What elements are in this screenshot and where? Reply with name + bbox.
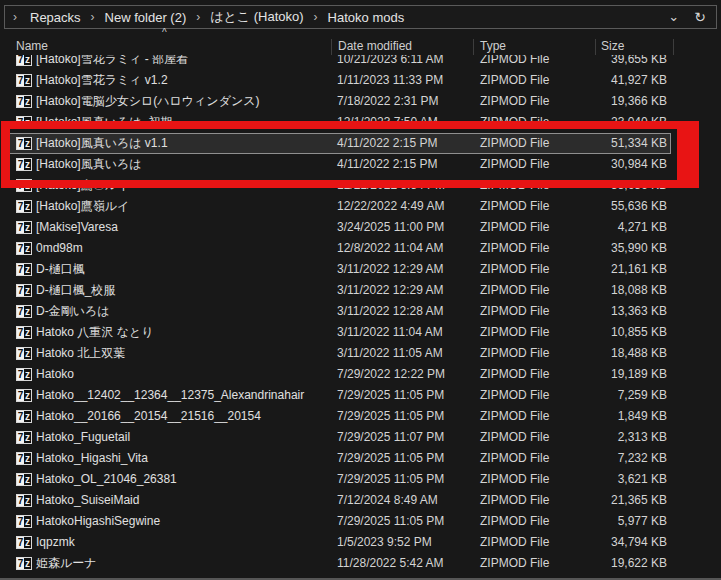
file-size: 18,488 KB — [557, 343, 667, 364]
7z-icon-left: 7 — [17, 369, 24, 380]
table-row[interactable]: 7zHatokoHigashiSegwine7/29/2025 11:05 PM… — [8, 511, 671, 532]
7z-file-icon: 7z — [16, 536, 32, 549]
column-header-type[interactable]: Type — [480, 39, 506, 53]
column-divider[interactable] — [673, 39, 674, 55]
table-row[interactable]: 7z[Makise]Varesa3/24/2025 11:00 PMZIPMOD… — [8, 217, 671, 238]
7z-file-icon: 7z — [16, 95, 32, 108]
breadcrumb-item[interactable]: Hatoko mods — [321, 10, 412, 25]
table-row[interactable]: 7zIqpzmk1/5/2023 9:52 PMZIPMOD File34,79… — [8, 532, 671, 553]
7z-icon-left: 7 — [17, 264, 24, 275]
table-row[interactable]: 7zHatoko_Fuguetail7/29/2025 11:07 PMZIPM… — [8, 427, 671, 448]
column-header-date-modified[interactable]: Date modified — [338, 39, 412, 53]
7z-file-icon: 7z — [16, 305, 32, 318]
file-name: Hatoko__12402__12364__12375_Alexandrinah… — [36, 385, 304, 406]
7z-icon-left: 7 — [17, 285, 24, 296]
7z-icon-right: z — [24, 117, 31, 128]
file-name: Hatoko 北上双葉 — [36, 343, 125, 364]
file-type: ZIPMOD File — [480, 448, 549, 469]
table-row[interactable]: 7z[Hatoko]雪花ラミィ - 部屋着10/21/2023 6:11 AMZ… — [8, 55, 671, 70]
table-row[interactable]: 7z[Hatoko]風真いろは4/11/2022 2:15 PMZIPMOD F… — [8, 154, 671, 175]
file-type: ZIPMOD File — [480, 280, 549, 301]
7z-file-icon: 7z — [16, 179, 32, 192]
column-header-size[interactable]: Size — [601, 39, 624, 53]
file-size: 55,636 KB — [557, 175, 667, 196]
table-row[interactable]: 7z[Hatoko]風真いろは_初期12/1/2023 7:50 AMZIPMO… — [8, 112, 671, 133]
breadcrumb-overflow-chevron-icon[interactable]: › — [5, 10, 23, 24]
date-modified: 7/29/2025 11:07 PM — [337, 427, 444, 448]
table-row[interactable]: 7z0md98m12/8/2022 11:04 AMZIPMOD File35,… — [8, 238, 671, 259]
file-type: ZIPMOD File — [480, 427, 549, 448]
date-modified: 7/29/2022 12:22 PM — [337, 364, 445, 385]
7z-icon-left: 7 — [17, 432, 24, 443]
file-name: D-金剛いろは — [36, 301, 110, 322]
table-row[interactable]: 7z[Hatoko]鷹嶺ルイ12/22/2022 4:49 AMZIPMOD F… — [8, 196, 671, 217]
breadcrumb-chevron-icon[interactable]: › — [311, 10, 321, 24]
7z-file-icon: 7z — [16, 116, 32, 129]
file-name: [Hatoko]風真いろは_初期 — [36, 112, 172, 133]
7z-icon-right: z — [24, 222, 31, 233]
table-row[interactable]: 7zD-樋口楓3/11/2022 12:29 AMZIPMOD File21,1… — [8, 259, 671, 280]
breadcrumb-item[interactable]: はとこ (Hatoko) — [203, 8, 310, 26]
column-divider[interactable] — [595, 39, 596, 55]
table-row[interactable]: 7zHatoko 八重沢 なとり3/11/2022 11:04 AMZIPMOD… — [8, 322, 671, 343]
7z-icon-right: z — [24, 201, 31, 212]
date-modified: 7/29/2025 11:05 PM — [337, 511, 444, 532]
file-type: ZIPMOD File — [480, 133, 549, 154]
file-type: ZIPMOD File — [480, 385, 549, 406]
7z-file-icon: 7z — [16, 221, 32, 234]
table-row[interactable]: 7zHatoko_SuiseiMaid7/12/2024 8:49 AMZIPM… — [8, 490, 671, 511]
breadcrumb-item[interactable]: Repacks — [23, 10, 88, 25]
date-modified: 7/12/2024 8:49 AM — [337, 490, 438, 511]
breadcrumb-chevron-icon[interactable]: › — [88, 10, 98, 24]
file-name: Hatoko 八重沢 なとり — [36, 322, 154, 343]
table-row[interactable]: 7z[Hatoko]雪花ラミィ v1.21/11/2023 11:33 PMZI… — [8, 70, 671, 91]
7z-file-icon: 7z — [16, 55, 32, 66]
file-type: ZIPMOD File — [480, 490, 549, 511]
file-name: [Hatoko]雪花ラミィ v1.2 — [36, 70, 168, 91]
file-size: 19,366 KB — [557, 91, 667, 112]
7z-icon-right: z — [24, 474, 31, 485]
table-row[interactable]: 7z姫森ルーナ11/28/2022 5:42 AMZIPMOD File19,6… — [8, 553, 671, 574]
7z-icon-right: z — [24, 306, 31, 317]
table-row[interactable]: 7zHatoko 北上双葉3/11/2022 11:05 AMZIPMOD Fi… — [8, 343, 671, 364]
column-divider[interactable] — [331, 39, 332, 55]
file-type: ZIPMOD File — [480, 196, 549, 217]
address-bar[interactable]: › Repacks›New folder (2)›はとこ (Hatoko)›Ha… — [4, 5, 717, 29]
7z-icon-left: 7 — [17, 453, 24, 464]
table-row[interactable]: 7zHatoko7/29/2022 12:22 PMZIPMOD File19,… — [8, 364, 671, 385]
table-row[interactable]: 7z[Hatoko]風真いろは v1.14/11/2022 2:15 PMZIP… — [8, 133, 671, 154]
file-name: Hatoko_OL_21046_26381 — [36, 469, 177, 490]
file-name: [Hatoko]鷹嶺ルイ — [36, 196, 129, 217]
table-row[interactable]: 7zHatoko__12402__12364__12375_Alexandrin… — [8, 385, 671, 406]
table-row[interactable]: 7zHatoko_Higashi_Vita7/29/2025 11:05 PMZ… — [8, 448, 671, 469]
file-type: ZIPMOD File — [480, 553, 549, 574]
file-list-viewport: 7z[Hatoko]雪花ラミィ - 部屋着10/21/2023 6:11 AMZ… — [0, 55, 721, 578]
file-name: [Hatoko]風真いろは — [36, 154, 142, 175]
column-header-name[interactable]: Name — [16, 39, 48, 53]
table-row[interactable]: 7zD-樋口楓_校服3/11/2022 12:29 AMZIPMOD File1… — [8, 280, 671, 301]
date-modified: 7/29/2025 11:05 PM — [337, 406, 444, 427]
breadcrumb-item[interactable]: New folder (2) — [98, 10, 194, 25]
date-modified: 12/8/2022 11:04 AM — [337, 238, 444, 259]
date-modified: 1/11/2023 11:33 PM — [337, 70, 443, 91]
breadcrumb-chevron-icon[interactable]: › — [193, 10, 203, 24]
7z-icon-right: z — [24, 369, 31, 380]
table-row[interactable]: 7zD-金剛いろは3/11/2022 12:28 AMZIPMOD File13… — [8, 301, 671, 322]
column-divider[interactable] — [473, 39, 474, 55]
file-type: ZIPMOD File — [480, 322, 549, 343]
address-dropdown-icon[interactable]: ⌄ — [668, 12, 679, 22]
file-size: 7,232 KB — [557, 448, 667, 469]
file-type: ZIPMOD File — [480, 259, 549, 280]
table-row[interactable]: 7z[Hatoko]鷹〇ルイ12/21/2022 8:54 PMZIPMOD F… — [8, 175, 671, 196]
refresh-icon[interactable]: ↻ — [694, 9, 706, 25]
file-name: Hatoko_SuiseiMaid — [36, 490, 139, 511]
table-row[interactable]: 7zHatoko_OL_21046_263817/29/2025 11:05 P… — [8, 469, 671, 490]
7z-icon-right: z — [24, 432, 31, 443]
file-size: 3,621 KB — [557, 469, 667, 490]
table-row[interactable]: 7zHatoko__20166__20154__21516__201547/29… — [8, 406, 671, 427]
date-modified: 3/11/2022 11:05 AM — [337, 343, 443, 364]
7z-file-icon: 7z — [16, 557, 32, 570]
7z-icon-right: z — [24, 411, 31, 422]
table-row[interactable]: 7z[Hatoko]電脳少女シロ(ハロウィンダンス)7/18/2022 2:31… — [8, 91, 671, 112]
7z-icon-right: z — [24, 516, 31, 527]
